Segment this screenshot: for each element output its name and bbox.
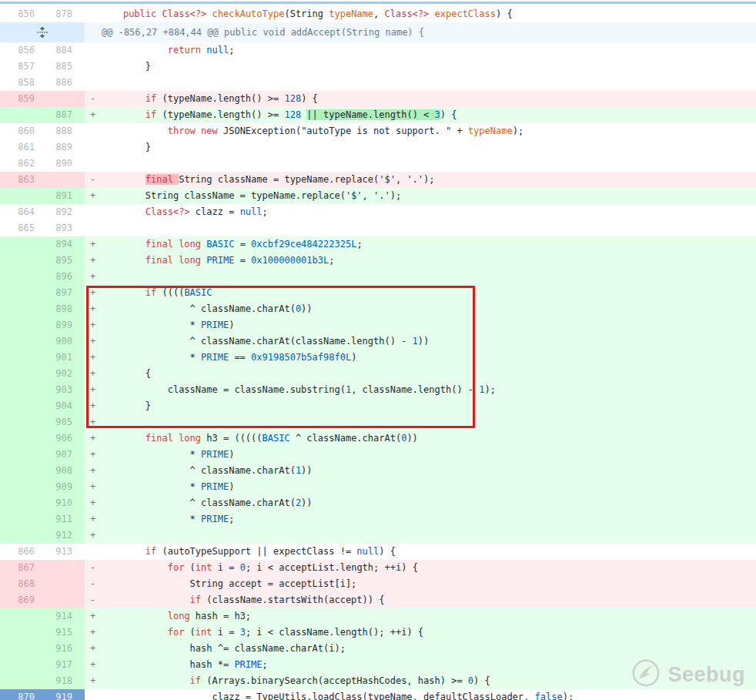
old-line-number[interactable]: 867 — [0, 560, 42, 576]
new-line-number[interactable]: 905 — [42, 414, 85, 430]
old-line-number[interactable] — [0, 350, 42, 366]
old-line-number[interactable] — [0, 253, 42, 269]
old-line-number[interactable] — [0, 447, 42, 463]
new-line-number[interactable]: 902 — [42, 366, 85, 382]
new-line-number[interactable]: 895 — [42, 253, 85, 269]
old-line-number[interactable]: 868 — [0, 576, 42, 592]
new-line-number[interactable] — [42, 172, 85, 188]
new-line-number[interactable]: 886 — [42, 75, 85, 91]
new-line-number[interactable]: 917 — [42, 657, 85, 673]
diff-row: 858886 — [0, 75, 756, 91]
old-line-number[interactable]: 863 — [0, 172, 42, 188]
new-line-number[interactable]: 916 — [42, 641, 85, 657]
diff-row: 863- final String className = typeName.r… — [0, 172, 756, 188]
new-line-number[interactable]: 897 — [42, 285, 85, 301]
expand-diff-button[interactable] — [0, 22, 85, 42]
old-line-number[interactable]: 859 — [0, 91, 42, 107]
new-line-number[interactable]: 889 — [42, 139, 85, 156]
new-line-number[interactable]: 913 — [42, 544, 85, 560]
new-line-number[interactable]: 901 — [42, 350, 85, 366]
old-line-number[interactable] — [0, 414, 42, 430]
code-line: + * PRIME == 0x9198507b5af98f0L) — [85, 350, 756, 366]
new-line-number[interactable]: 906 — [42, 430, 85, 447]
old-line-number[interactable] — [0, 608, 42, 625]
old-line-number[interactable] — [0, 463, 42, 479]
code-line: throw new JSONException("autoType is not… — [85, 123, 756, 139]
old-line-number[interactable] — [0, 430, 42, 447]
new-line-number[interactable]: 918 — [42, 673, 85, 689]
old-line-number[interactable] — [0, 625, 42, 641]
old-line-number[interactable] — [0, 366, 42, 382]
new-line-number[interactable]: 904 — [42, 398, 85, 414]
new-line-number[interactable]: 912 — [42, 528, 85, 544]
code-line: + if (Arrays.binarySearch(acceptHashCode… — [85, 673, 756, 689]
old-line-number[interactable] — [0, 479, 42, 495]
old-line-number[interactable] — [0, 511, 42, 528]
old-line-number[interactable]: 862 — [0, 156, 42, 172]
new-line-number[interactable]: 893 — [42, 220, 85, 236]
old-line-number[interactable] — [0, 673, 42, 689]
new-line-number[interactable]: 903 — [42, 382, 85, 398]
old-line-number[interactable] — [0, 528, 42, 544]
old-line-number[interactable] — [0, 301, 42, 317]
old-line-number[interactable] — [0, 333, 42, 350]
new-line-number[interactable]: 914 — [42, 608, 85, 625]
new-line-number[interactable]: 891 — [42, 188, 85, 204]
old-line-number[interactable]: 864 — [0, 204, 42, 220]
new-line-number[interactable]: 900 — [42, 333, 85, 350]
code-line: + final long PRIME = 0x100000001b3L; — [85, 253, 756, 269]
new-line-number[interactable]: 908 — [42, 463, 85, 479]
new-line-number[interactable]: 884 — [42, 42, 85, 59]
new-line-number[interactable]: 888 — [42, 123, 85, 139]
new-line-number[interactable]: 885 — [42, 59, 85, 75]
old-line-number[interactable]: 856 — [0, 42, 42, 59]
old-line-number[interactable] — [0, 398, 42, 414]
diff-marker: + — [85, 414, 101, 430]
new-line-number[interactable] — [42, 91, 85, 107]
new-line-number[interactable]: 898 — [42, 301, 85, 317]
new-line-number[interactable]: 878 — [42, 6, 85, 22]
old-line-number[interactable] — [0, 188, 42, 204]
old-line-number[interactable]: 860 — [0, 123, 42, 139]
new-line-number[interactable]: 899 — [42, 317, 85, 333]
new-line-number[interactable]: 892 — [42, 204, 85, 220]
new-line-number[interactable]: 919 — [42, 689, 85, 700]
old-line-number[interactable]: 869 — [0, 592, 42, 608]
new-line-number[interactable] — [42, 592, 85, 608]
old-line-number[interactable] — [0, 285, 42, 301]
old-line-number[interactable] — [0, 641, 42, 657]
old-line-number[interactable]: 865 — [0, 220, 42, 236]
old-line-number[interactable]: 866 — [0, 544, 42, 560]
new-line-number[interactable] — [42, 576, 85, 592]
old-line-number[interactable]: 857 — [0, 59, 42, 75]
old-line-number[interactable]: 861 — [0, 139, 42, 156]
new-line-number[interactable]: 915 — [42, 625, 85, 641]
old-line-number[interactable] — [0, 495, 42, 511]
new-line-number[interactable]: 911 — [42, 511, 85, 528]
old-line-number[interactable] — [0, 657, 42, 673]
new-line-number[interactable]: 910 — [42, 495, 85, 511]
code-line: - if (typeName.length() >= 128) { — [85, 91, 756, 107]
diff-row: 860888 throw new JSONException("autoType… — [0, 123, 756, 139]
old-line-number[interactable] — [0, 107, 42, 123]
new-line-number[interactable] — [42, 560, 85, 576]
new-line-number[interactable]: 890 — [42, 156, 85, 172]
old-line-number[interactable] — [0, 236, 42, 253]
new-line-number[interactable]: 896 — [42, 269, 85, 285]
old-line-number[interactable]: 858 — [0, 75, 42, 91]
old-line-number[interactable]: 850 — [0, 6, 42, 22]
diff-marker: + — [85, 447, 101, 463]
new-line-number[interactable]: 909 — [42, 479, 85, 495]
new-line-number[interactable]: 894 — [42, 236, 85, 253]
new-line-number[interactable]: 887 — [42, 107, 85, 123]
code-line: Class<?> clazz = null; — [85, 204, 756, 220]
old-line-number[interactable] — [0, 382, 42, 398]
code-line: + String className = typeName.replace('$… — [85, 188, 756, 204]
code-line: + ^ className.charAt(1)) — [85, 463, 756, 479]
old-line-number[interactable] — [0, 269, 42, 285]
diff-row: 865893 — [0, 220, 756, 236]
diff-marker: + — [85, 285, 101, 301]
new-line-number[interactable]: 907 — [42, 447, 85, 463]
old-line-number[interactable] — [0, 317, 42, 333]
old-line-number[interactable]: 870 — [0, 689, 42, 700]
